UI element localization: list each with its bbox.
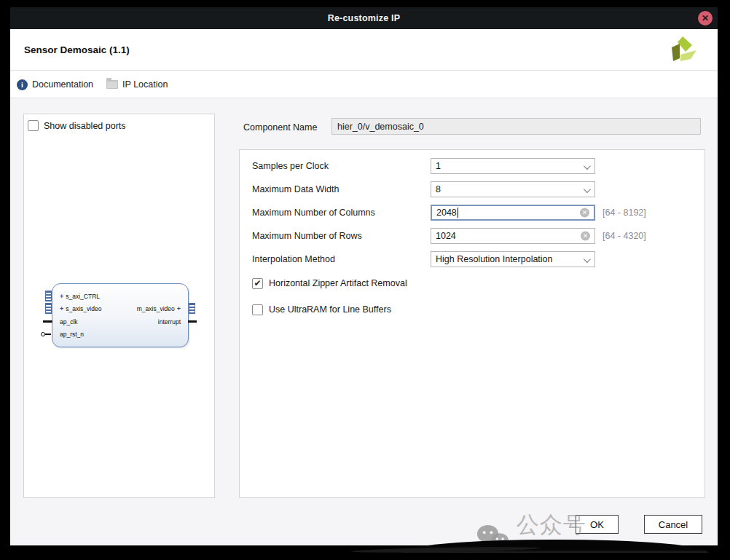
ip-location-label: IP Location: [122, 79, 168, 90]
checkbox-label: Use UltraRAM for Line Buffers: [269, 304, 391, 315]
recustomize-ip-dialog: Re-customize IP ✕ Sensor Demosaic (1.1) …: [10, 7, 718, 547]
page-title: Sensor Demosaic (1.1): [24, 44, 130, 55]
documentation-label: Documentation: [32, 79, 93, 90]
toolbar: i Documentation IP Location: [10, 71, 718, 98]
documentation-button[interactable]: i Documentation: [17, 79, 93, 90]
interpolation-method-select[interactable]: High Resolution Interpolation: [431, 251, 595, 267]
port-row: ap_rst_n: [60, 331, 84, 338]
field-label: Maximum Data Width: [252, 184, 431, 194]
form-row-max-columns: Maximum Number of Columns 2048 ✕ [64 - 8…: [252, 205, 705, 221]
window-title: Re-customize IP: [328, 13, 401, 23]
field-label: Samples per Clock: [252, 161, 431, 171]
range-hint: [64 - 4320]: [603, 231, 646, 241]
xilinx-logo: [668, 36, 699, 68]
text-caret: [458, 208, 458, 218]
photo-shadow-edge: [0, 545, 730, 560]
ultraram-line-buffers-checkbox[interactable]: [252, 304, 263, 315]
port-row: ap_clk: [60, 318, 78, 326]
port-row: + s_axi_CTRL: [60, 293, 100, 300]
range-hint: [64 - 8192]: [603, 208, 646, 218]
reset-port-icon: [41, 332, 51, 336]
block-diagram-panel: Show disabled ports + s_axi_CTRL + s_axi…: [23, 114, 215, 498]
select-value: 1: [436, 161, 441, 171]
bus-port-icon: [189, 303, 195, 314]
clear-icon[interactable]: ✕: [581, 232, 590, 241]
input-value: 2048: [436, 208, 457, 218]
input-value: 1024: [436, 231, 456, 241]
component-name-label: Component Name: [243, 122, 317, 133]
samples-per-clock-select[interactable]: 1: [431, 158, 595, 174]
expand-icon[interactable]: +: [60, 305, 63, 312]
port-label: s_axi_CTRL: [66, 293, 100, 300]
form-row-max-data-width: Maximum Data Width 8: [252, 181, 705, 197]
zipper-artifact-removal-row: Horizontal Zipper Artifact Removal: [252, 277, 705, 289]
select-value: High Resolution Interpolation: [436, 254, 553, 264]
max-rows-input[interactable]: 1024 ✕: [431, 228, 595, 244]
show-disabled-ports-checkbox[interactable]: [28, 120, 39, 131]
port-row: interrupt: [158, 318, 181, 326]
form-row-interpolation-method: Interpolation Method High Resolution Int…: [252, 251, 705, 267]
port-label: s_axis_video: [66, 305, 101, 312]
cancel-button[interactable]: Cancel: [644, 515, 702, 534]
checkbox-label: Horizontal Zipper Artifact Removal: [269, 278, 407, 288]
close-button[interactable]: ✕: [698, 11, 713, 25]
config-panel: Samples per Clock 1 Maximum Data Width 8…: [239, 149, 705, 498]
max-data-width-select[interactable]: 8: [431, 181, 595, 197]
port-label: ap_rst_n: [60, 331, 84, 338]
port-label: interrupt: [158, 318, 181, 326]
port-label: ap_clk: [60, 318, 78, 326]
show-disabled-ports-row: Show disabled ports: [28, 120, 126, 131]
clear-icon[interactable]: ✕: [580, 208, 589, 218]
ip-block-symbol: + s_axi_CTRL + s_axis_video ap_clk ap_rs…: [52, 283, 189, 347]
bus-port-icon: [45, 291, 52, 301]
folder-icon: [106, 80, 118, 89]
wire-port-icon: [188, 320, 197, 323]
close-icon: ✕: [702, 14, 709, 23]
expand-icon[interactable]: +: [177, 305, 181, 312]
zipper-artifact-removal-checkbox[interactable]: [252, 278, 263, 289]
component-name-value: hier_0/v_demosaic_0: [337, 122, 424, 132]
ultraram-line-buffers-row: Use UltraRAM for Line Buffers: [252, 304, 705, 315]
chevron-down-icon: [584, 186, 591, 193]
expand-icon[interactable]: +: [60, 293, 63, 300]
chevron-down-icon: [584, 162, 591, 170]
component-name-field[interactable]: hier_0/v_demosaic_0: [331, 118, 701, 135]
field-label: Interpolation Method: [252, 254, 431, 264]
field-label: Maximum Number of Columns: [252, 208, 431, 218]
titlebar: Re-customize IP ✕: [10, 7, 718, 29]
header: Sensor Demosaic (1.1): [10, 29, 718, 71]
port-row: m_axis_video +: [137, 305, 181, 312]
ok-button[interactable]: OK: [576, 515, 619, 534]
chevron-down-icon: [584, 256, 591, 263]
select-value: 8: [436, 184, 441, 194]
field-label: Maximum Number of Rows: [252, 231, 431, 241]
port-label: m_axis_video: [137, 305, 175, 312]
ip-location-button[interactable]: IP Location: [106, 79, 168, 90]
clock-port-icon: [43, 320, 52, 323]
form-row-max-rows: Maximum Number of Rows 1024 ✕ [64 - 4320…: [252, 228, 705, 244]
form-row-samples-per-clock: Samples per Clock 1: [252, 158, 705, 174]
show-disabled-ports-label: Show disabled ports: [44, 121, 126, 131]
port-row: + s_axis_video: [60, 305, 101, 312]
max-columns-input[interactable]: 2048 ✕: [431, 205, 595, 221]
bus-port-icon: [45, 303, 52, 314]
info-icon: i: [17, 79, 28, 90]
